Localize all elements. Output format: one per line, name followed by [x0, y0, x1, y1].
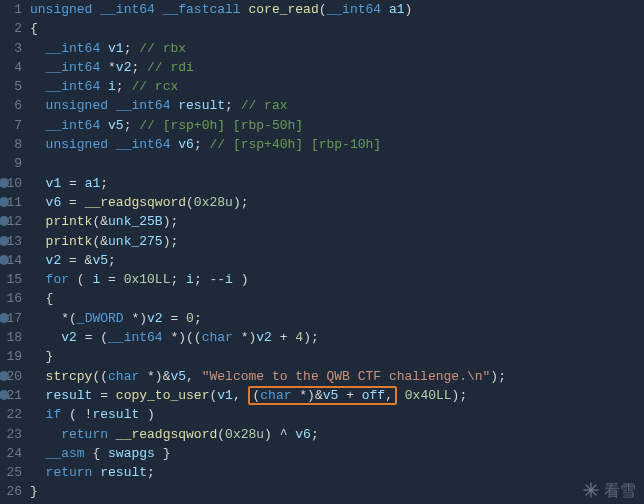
line-number: 23: [0, 425, 22, 444]
line-number: 9: [0, 154, 22, 173]
line-number: 11: [0, 193, 22, 212]
line-number: 22: [0, 405, 22, 424]
highlight-box: (char *)&v5 + off,: [248, 386, 396, 405]
line-number: 25: [0, 463, 22, 482]
line-number: 16: [0, 289, 22, 308]
line-number: 14: [0, 251, 22, 270]
line-number: 8: [0, 135, 22, 154]
line-number: 7: [0, 116, 22, 135]
watermark: 看雪: [582, 481, 636, 500]
line-number: 26: [0, 482, 22, 501]
line-number: 12: [0, 212, 22, 231]
line-number: 3: [0, 39, 22, 58]
line-number: 13: [0, 232, 22, 251]
line-number: 6: [0, 96, 22, 115]
line-number: 20: [0, 367, 22, 386]
line-number: 2: [0, 19, 22, 38]
watermark-text: 看雪: [604, 481, 636, 500]
line-number: 5: [0, 77, 22, 96]
code-editor: 1234567891011121314151617181920212223242…: [0, 0, 644, 504]
line-number: 19: [0, 347, 22, 366]
line-number: 1: [0, 0, 22, 19]
line-number: 24: [0, 444, 22, 463]
line-number: 15: [0, 270, 22, 289]
line-number: 4: [0, 58, 22, 77]
line-number: 21: [0, 386, 22, 405]
line-number-gutter: 1234567891011121314151617181920212223242…: [0, 0, 28, 504]
line-number: 17: [0, 309, 22, 328]
line-number: 10: [0, 174, 22, 193]
code-area: unsigned __int64 __fastcall core_read(__…: [28, 0, 506, 504]
snowflake-icon: [582, 481, 600, 499]
line-number: 18: [0, 328, 22, 347]
